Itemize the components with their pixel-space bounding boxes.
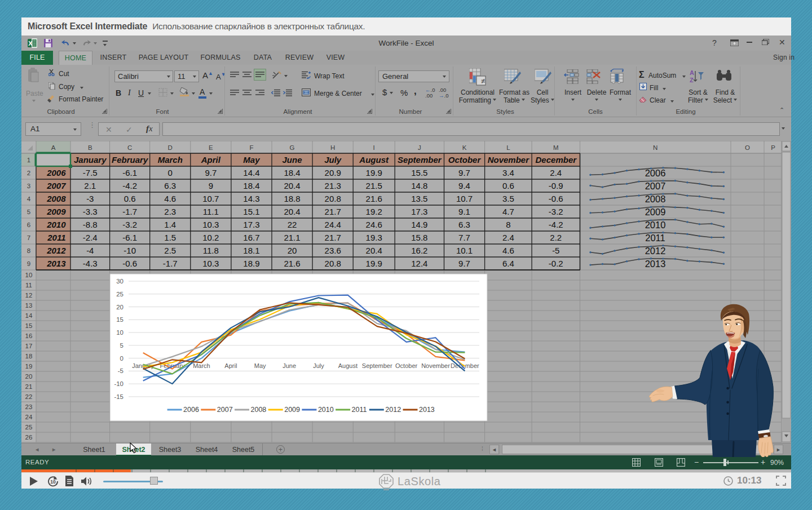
svg-text:11.1: 11.1 bbox=[203, 207, 219, 216]
svg-text:26: 26 bbox=[25, 434, 33, 441]
svg-text:2010: 2010 bbox=[645, 220, 666, 230]
svg-text:-3: -3 bbox=[86, 194, 94, 203]
svg-text:March: March bbox=[158, 155, 183, 165]
svg-text:2: 2 bbox=[27, 170, 30, 176]
svg-text:-0.6: -0.6 bbox=[549, 194, 563, 203]
svg-text:-6.1: -6.1 bbox=[122, 233, 137, 242]
svg-text:13.5: 13.5 bbox=[411, 194, 427, 203]
svg-text:20.4: 20.4 bbox=[284, 207, 300, 216]
svg-text:2.5: 2.5 bbox=[164, 246, 176, 255]
svg-text:24.6: 24.6 bbox=[366, 220, 382, 229]
svg-text:7: 7 bbox=[27, 234, 30, 241]
svg-text:18.4: 18.4 bbox=[284, 168, 300, 178]
svg-text:30: 30 bbox=[116, 278, 123, 285]
svg-text:10.1: 10.1 bbox=[456, 246, 473, 255]
svg-text:14.3: 14.3 bbox=[243, 194, 259, 203]
svg-text:14: 14 bbox=[25, 312, 33, 319]
svg-text:-4.2: -4.2 bbox=[122, 181, 137, 190]
svg-text:-0.2: -0.2 bbox=[549, 259, 563, 268]
svg-text:25: 25 bbox=[25, 424, 33, 431]
svg-text:February: February bbox=[112, 155, 148, 165]
svg-text:-4.2: -4.2 bbox=[549, 220, 563, 229]
svg-text:August: August bbox=[359, 155, 389, 165]
svg-text:1.5: 1.5 bbox=[164, 233, 176, 242]
svg-text:June: June bbox=[283, 155, 302, 165]
svg-text:2011: 2011 bbox=[352, 406, 367, 414]
svg-text:-5: -5 bbox=[118, 367, 123, 374]
svg-text:D: D bbox=[168, 144, 173, 151]
svg-text:23: 23 bbox=[25, 403, 33, 410]
svg-text:November: November bbox=[421, 362, 450, 369]
svg-text:10.7: 10.7 bbox=[456, 194, 473, 203]
svg-text:16: 16 bbox=[25, 332, 33, 339]
svg-text:6.4: 6.4 bbox=[502, 259, 514, 268]
svg-text:3.5: 3.5 bbox=[502, 194, 514, 203]
svg-text:13: 13 bbox=[25, 302, 33, 309]
svg-text:-8.8: -8.8 bbox=[83, 220, 98, 229]
svg-text:11.8: 11.8 bbox=[203, 246, 219, 255]
svg-text:12: 12 bbox=[25, 292, 33, 299]
svg-text:18.4: 18.4 bbox=[243, 181, 259, 190]
svg-text:I: I bbox=[373, 144, 375, 151]
svg-text:May: May bbox=[254, 362, 266, 369]
svg-text:15.8: 15.8 bbox=[411, 233, 427, 242]
svg-text:Z: Z bbox=[690, 77, 694, 83]
svg-text:2008: 2008 bbox=[251, 406, 267, 414]
svg-text:3.4: 3.4 bbox=[502, 168, 514, 178]
svg-text:23.6: 23.6 bbox=[325, 246, 341, 255]
svg-text:-15: -15 bbox=[114, 393, 123, 400]
svg-text:-0.6: -0.6 bbox=[122, 259, 137, 268]
svg-text:17.3: 17.3 bbox=[243, 220, 259, 229]
svg-text:21.6: 21.6 bbox=[284, 259, 300, 268]
svg-text:1: 1 bbox=[27, 157, 30, 163]
svg-text:2009: 2009 bbox=[645, 207, 666, 217]
svg-text:9.7: 9.7 bbox=[458, 168, 470, 178]
svg-text:24.4: 24.4 bbox=[325, 220, 341, 229]
svg-text:18.8: 18.8 bbox=[284, 194, 300, 203]
svg-text:20.4: 20.4 bbox=[284, 181, 300, 190]
svg-text:July: July bbox=[324, 155, 342, 165]
svg-text:November: November bbox=[488, 155, 530, 165]
svg-text:20.8: 20.8 bbox=[325, 194, 341, 203]
svg-text:18.9: 18.9 bbox=[243, 259, 259, 268]
svg-text:2012: 2012 bbox=[385, 406, 401, 414]
svg-text:P: P bbox=[771, 144, 775, 151]
svg-text:2006: 2006 bbox=[46, 168, 66, 178]
svg-text:G: G bbox=[290, 144, 295, 151]
svg-text:10.2: 10.2 bbox=[202, 233, 219, 242]
svg-text:5: 5 bbox=[27, 209, 30, 215]
svg-text:25: 25 bbox=[116, 291, 123, 298]
svg-text:10: 10 bbox=[116, 329, 123, 336]
svg-text:21.3: 21.3 bbox=[325, 181, 341, 190]
svg-text:2.3: 2.3 bbox=[164, 207, 176, 216]
svg-text:2013: 2013 bbox=[46, 259, 66, 268]
svg-text:N: N bbox=[653, 144, 657, 151]
svg-text:20: 20 bbox=[116, 304, 123, 311]
svg-text:7.7: 7.7 bbox=[458, 233, 470, 242]
svg-text:May: May bbox=[243, 155, 260, 165]
svg-text:9: 9 bbox=[27, 260, 30, 267]
svg-text:2010: 2010 bbox=[46, 220, 66, 229]
svg-text:J: J bbox=[418, 144, 421, 151]
svg-text:E: E bbox=[209, 144, 213, 151]
svg-text:19.3: 19.3 bbox=[366, 233, 382, 242]
svg-text:2007: 2007 bbox=[645, 181, 666, 191]
svg-text:2013: 2013 bbox=[645, 259, 666, 269]
svg-text:6.3: 6.3 bbox=[458, 220, 470, 229]
svg-text:-10: -10 bbox=[123, 246, 136, 255]
svg-text:-0.9: -0.9 bbox=[549, 181, 563, 190]
svg-text:2.1: 2.1 bbox=[84, 181, 96, 190]
svg-text:20.9: 20.9 bbox=[325, 168, 341, 178]
svg-text:-6.1: -6.1 bbox=[122, 168, 137, 178]
svg-text:16.7: 16.7 bbox=[243, 233, 259, 242]
svg-text:A: A bbox=[51, 144, 56, 151]
svg-text:0.6: 0.6 bbox=[502, 181, 514, 190]
svg-text:11: 11 bbox=[25, 282, 32, 289]
svg-text:2013: 2013 bbox=[419, 406, 435, 414]
svg-text:5: 5 bbox=[120, 342, 123, 349]
svg-text:4: 4 bbox=[27, 196, 31, 202]
svg-text:September: September bbox=[398, 155, 442, 165]
svg-text:14.9: 14.9 bbox=[411, 220, 427, 229]
svg-text:9.4: 9.4 bbox=[458, 181, 470, 190]
svg-text:April: April bbox=[201, 155, 221, 165]
